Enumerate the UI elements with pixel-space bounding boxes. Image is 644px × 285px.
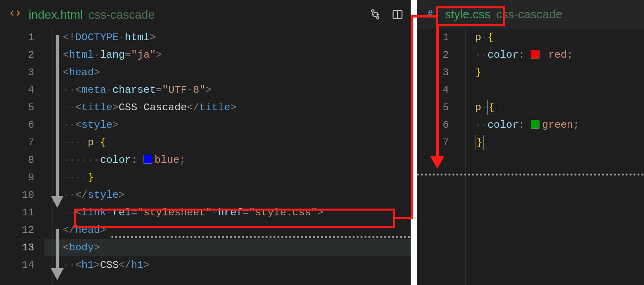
tab-actions [369,0,403,29]
code-line[interactable]: ··<meta·charset="UTF-8"> [63,81,411,99]
tab-bar-left: index.html css-cascade [0,0,411,29]
line-number: 3 [0,64,34,81]
line-number: 8 [0,151,34,169]
svg-text:#: # [427,8,433,18]
tab-bar-right: # style.css css-cascade [417,0,644,29]
editor-pane-left: index.html css-cascade [0,0,411,285]
editor-pane-right: # style.css css-cascade 1234567 p·{··col… [417,0,644,285]
line-number: 2 [0,46,34,64]
code-line[interactable]: ··color: green; [475,116,644,134]
code-line[interactable]: <!DOCTYPE·html> [63,29,411,46]
editor-body-left[interactable]: 1234567891011121314 <!DOCTYPE·html><html… [0,29,411,285]
code-line[interactable]: ··<h1>CSS</h1> [63,256,411,274]
code-line[interactable]: p·{ [475,99,644,116]
line-number: 1 [0,29,34,46]
css-file-icon: # [427,8,437,18]
line-number: 10 [0,186,34,204]
line-number: 9 [0,169,34,186]
editor-body-right[interactable]: 1234567 p·{··color: red;}p·{··color: gre… [417,29,644,285]
line-number: 1 [417,29,449,46]
code-line[interactable]: } [475,64,644,81]
code-line[interactable]: ····} [63,169,411,186]
line-number-gutter: 1234567 [417,29,458,285]
code-line[interactable]: ··color: red; [475,46,644,64]
tab-folder-name: css-cascade [89,8,155,21]
line-number: 5 [417,99,449,116]
pane-divider[interactable] [411,0,417,285]
code-line[interactable]: ····p·{ [63,134,411,151]
line-number: 4 [417,81,449,99]
code-area-right[interactable]: p·{··color: red;}p·{··color: green;} [458,29,644,285]
tab-folder-name: css-cascade [496,8,563,21]
line-number: 11 [0,204,34,221]
code-line[interactable]: <html·lang="ja"> [63,46,411,64]
code-area-left[interactable]: <!DOCTYPE·html><html·lang="ja"><head>··<… [45,29,411,285]
line-number: 12 [0,221,34,239]
source-control-icon[interactable] [369,8,381,20]
line-number: 2 [417,46,449,64]
svg-point-0 [372,10,374,12]
code-line[interactable]: ······color: blue; [63,151,411,169]
code-line[interactable]: p·{ [475,29,644,46]
tab-index-html[interactable]: index.html css-cascade [6,5,159,24]
code-line[interactable] [475,81,644,99]
line-number: 7 [417,134,449,151]
tab-file-name: style.css [445,8,491,21]
line-number: 7 [0,134,34,151]
tab-file-name: index.html [29,8,83,21]
code-line[interactable]: <head> [63,64,411,81]
line-number: 4 [0,81,34,99]
line-number: 6 [0,116,34,134]
split-editor-icon[interactable] [392,8,403,20]
tab-style-css[interactable]: # style.css css-cascade [423,5,566,23]
line-number: 5 [0,99,34,116]
code-line[interactable]: ··<style> [63,116,411,134]
line-number: 3 [417,64,449,81]
code-line[interactable]: ··</style> [63,186,411,204]
line-number: 6 [417,116,449,134]
line-number-gutter: 1234567891011121314 [0,29,45,285]
line-number: 13 [0,239,34,256]
code-line[interactable]: } [475,134,644,151]
code-line[interactable]: ··<title>CSS·Cascade</title> [63,99,411,116]
html-file-icon [10,8,21,19]
line-number: 14 [0,256,34,274]
split-editor-container: index.html css-cascade [0,0,644,285]
code-line[interactable]: <body> [45,239,411,256]
code-line[interactable]: ··<link·rel="stylesheet"·href="style.css… [63,204,411,221]
code-line[interactable]: </head> [63,221,411,239]
svg-point-1 [376,17,379,19]
